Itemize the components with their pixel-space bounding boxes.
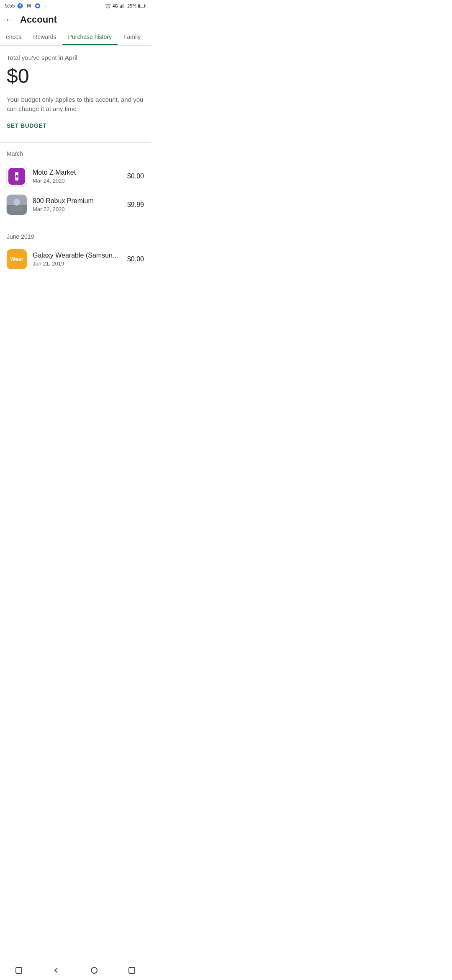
svg-point-16 [13,199,20,206]
svg-point-12 [15,175,18,178]
set-budget-button[interactable]: SET BUDGET [7,121,46,131]
svg-point-2 [36,5,39,7]
wear-icon-label: Wear [7,249,27,269]
back-button[interactable]: ← [5,15,14,24]
purchase-item-moto[interactable]: Moto Z Market Mar 24, 2020 $0.00 [7,162,144,191]
svg-rect-9 [139,5,140,8]
time-display: 5:55 [5,3,15,9]
tab-rewards[interactable]: Rewards [27,28,62,45]
galaxy-purchase-info: Galaxy Wearable (Samsun... Jun 21, 2019 [33,252,121,267]
moto-purchase-info: Moto Z Market Mar 24, 2020 [33,169,121,184]
page-title: Account [20,14,57,25]
app-icon-circle [34,3,41,9]
svg-rect-6 [122,5,123,8]
status-bar: 5:55 M ··· 4G [0,0,151,11]
battery-percent: 25% [127,3,136,8]
moto-date: Mar 24, 2020 [33,178,121,184]
svg-rect-7 [123,4,124,8]
status-left: 5:55 M ··· [5,3,47,9]
signal-icon [120,4,126,8]
robux-price: $9.99 [127,201,144,209]
robux-app-icon [7,195,27,215]
svg-rect-17 [10,206,23,211]
spent-label: Total you've spent in April [7,54,144,61]
status-right: 4G 25% [105,3,146,9]
tab-purchase-history[interactable]: Purchase history [62,28,118,45]
budget-info: Your budget only applies to this account… [7,95,144,114]
purchase-item-galaxy[interactable]: Wear Galaxy Wearable (Samsun... Jun 21, … [7,245,144,273]
svg-rect-4 [120,6,121,8]
section-june-label: June 2019 [7,226,144,245]
robux-purchase-info: 800 Robux Premium Mar 22, 2020 [33,197,121,212]
galaxy-app-icon: Wear [7,249,27,269]
alarm-icon [105,3,111,9]
svg-rect-5 [121,5,122,8]
top-bar: ← Account [0,11,151,28]
tab-family[interactable]: Family [118,28,146,45]
tab-bar: ences Rewards Purchase history Family [0,28,151,46]
section-march-label: March [7,143,144,162]
battery-icon [138,4,146,8]
robux-date: Mar 22, 2020 [33,206,121,212]
galaxy-date: Jun 21, 2019 [33,260,121,267]
network-label: 4G [113,4,118,8]
galaxy-name: Galaxy Wearable (Samsun... [33,252,121,259]
facebook-icon [17,3,23,9]
moto-price: $0.00 [127,173,144,180]
galaxy-price: $0.00 [127,255,144,263]
purchase-item-robux[interactable]: 800 Robux Premium Mar 22, 2020 $9.99 [7,191,144,219]
m-icon: M [26,3,32,9]
purchase-history-content: Total you've spent in April $0 Your budg… [0,46,151,299]
dots: ··· [43,3,47,9]
moto-app-icon [7,166,27,186]
robux-name: 800 Robux Premium [33,197,121,205]
spent-amount: $0 [7,65,144,88]
svg-rect-10 [145,5,146,7]
tab-preferences[interactable]: ences [0,28,27,45]
moto-name: Moto Z Market [33,169,121,176]
